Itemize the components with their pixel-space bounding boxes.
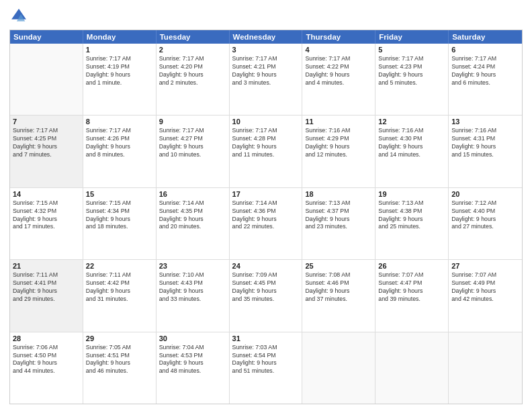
cell-line: Daylight: 9 hours (86, 359, 153, 367)
day-number: 5 (378, 46, 445, 54)
calendar-row-4: 28Sunrise: 7:06 AMSunset: 4:50 PMDayligh… (10, 332, 522, 404)
svg-marker-0 (11, 9, 26, 19)
day-number: 25 (305, 262, 372, 270)
cell-line: Sunrise: 7:17 AM (451, 55, 519, 63)
day-number: 7 (13, 118, 80, 126)
cell-line: Daylight: 9 hours (378, 143, 445, 151)
cell-line: Sunset: 4:29 PM (305, 135, 372, 143)
day-cell-3: 3Sunrise: 7:17 AMSunset: 4:21 PMDaylight… (230, 44, 303, 115)
day-cell-6: 6Sunrise: 7:17 AMSunset: 4:24 PMDaylight… (449, 44, 522, 115)
cell-line: Daylight: 9 hours (305, 143, 372, 151)
cell-line: Daylight: 9 hours (13, 143, 80, 151)
cell-line: Sunrise: 7:10 AM (159, 271, 226, 279)
day-cell-13: 13Sunrise: 7:16 AMSunset: 4:31 PMDayligh… (449, 116, 522, 187)
cell-line: and 20 minutes. (159, 223, 226, 231)
cell-line: and 7 minutes. (13, 151, 80, 159)
day-number: 1 (86, 46, 153, 54)
header-cell-saturday: Saturday (449, 30, 522, 44)
empty-cell-4-4 (302, 332, 375, 404)
header-cell-tuesday: Tuesday (157, 30, 230, 44)
cell-line: Sunset: 4:21 PM (232, 63, 300, 71)
cell-line: and 3 minutes. (232, 79, 300, 87)
day-cell-14: 14Sunrise: 7:15 AMSunset: 4:32 PMDayligh… (10, 188, 83, 259)
calendar-row-1: 7Sunrise: 7:17 AMSunset: 4:25 PMDaylight… (10, 116, 522, 187)
cell-line: Sunset: 4:47 PM (378, 279, 445, 287)
cell-line: Sunset: 4:40 PM (451, 208, 519, 216)
cell-line: Sunset: 4:50 PM (13, 352, 80, 360)
cell-line: and 42 minutes. (451, 295, 519, 304)
cell-line: and 1 minute. (86, 79, 153, 87)
header-cell-thursday: Thursday (302, 30, 375, 44)
calendar-body: 1Sunrise: 7:17 AMSunset: 4:19 PMDaylight… (10, 44, 522, 404)
cell-line: Sunset: 4:26 PM (86, 135, 153, 143)
cell-line: and 27 minutes. (451, 223, 519, 231)
cell-line: Sunset: 4:51 PM (86, 352, 153, 360)
cell-line: Daylight: 9 hours (378, 287, 445, 295)
day-cell-31: 31Sunrise: 7:03 AMSunset: 4:54 PMDayligh… (230, 332, 303, 404)
day-number: 11 (305, 118, 372, 126)
cell-line: Daylight: 9 hours (159, 287, 226, 295)
cell-line: Sunset: 4:25 PM (13, 135, 80, 143)
cell-line: Sunrise: 7:07 AM (378, 271, 445, 279)
cell-line: Sunset: 4:35 PM (159, 208, 226, 216)
day-cell-26: 26Sunrise: 7:07 AMSunset: 4:47 PMDayligh… (375, 260, 449, 331)
cell-line: Sunset: 4:20 PM (159, 63, 226, 71)
cell-line: and 15 minutes. (451, 151, 519, 159)
cell-line: Sunset: 4:49 PM (451, 279, 519, 287)
cell-line: Daylight: 9 hours (378, 71, 445, 79)
day-number: 26 (378, 262, 445, 270)
cell-line: Daylight: 9 hours (451, 287, 519, 295)
cell-line: Sunrise: 7:17 AM (13, 127, 80, 135)
cell-line: Daylight: 9 hours (232, 359, 300, 367)
day-cell-15: 15Sunrise: 7:15 AMSunset: 4:34 PMDayligh… (83, 188, 157, 259)
day-number: 10 (232, 118, 300, 126)
cell-line: Sunset: 4:19 PM (86, 63, 153, 71)
cell-line: Sunrise: 7:17 AM (86, 55, 153, 63)
day-number: 3 (232, 46, 300, 54)
day-number: 8 (86, 118, 153, 126)
calendar-row-0: 1Sunrise: 7:17 AMSunset: 4:19 PMDaylight… (10, 44, 522, 116)
header-cell-friday: Friday (375, 30, 449, 44)
cell-line: Sunrise: 7:06 AM (13, 344, 80, 352)
day-cell-7: 7Sunrise: 7:17 AMSunset: 4:25 PMDaylight… (10, 116, 83, 187)
cell-line: Sunrise: 7:13 AM (305, 199, 372, 208)
cell-line: Sunset: 4:34 PM (86, 208, 153, 216)
cell-line: Daylight: 9 hours (13, 359, 80, 367)
cell-line: Sunset: 4:41 PM (13, 279, 80, 287)
cell-line: and 29 minutes. (13, 295, 80, 304)
cell-line: and 2 minutes. (159, 79, 226, 87)
header (9, 7, 523, 26)
day-number: 14 (13, 190, 80, 198)
cell-line: Sunrise: 7:11 AM (86, 271, 153, 279)
cell-line: and 14 minutes. (378, 151, 445, 159)
day-number: 31 (232, 334, 300, 342)
cell-line: Sunrise: 7:15 AM (13, 199, 80, 208)
cell-line: Sunrise: 7:17 AM (159, 55, 226, 63)
day-number: 20 (451, 190, 519, 198)
day-number: 30 (159, 334, 226, 342)
cell-line: Sunset: 4:42 PM (86, 279, 153, 287)
cell-line: Daylight: 9 hours (451, 143, 519, 151)
cell-line: Daylight: 9 hours (86, 71, 153, 79)
cell-line: and 18 minutes. (86, 223, 153, 231)
day-number: 16 (159, 190, 226, 198)
cell-line: Daylight: 9 hours (159, 71, 226, 79)
day-cell-21: 21Sunrise: 7:11 AMSunset: 4:41 PMDayligh… (10, 260, 83, 331)
cell-line: Sunrise: 7:14 AM (232, 199, 300, 208)
cell-line: Daylight: 9 hours (86, 287, 153, 295)
cell-line: Sunset: 4:32 PM (13, 208, 80, 216)
cell-line: Sunrise: 7:15 AM (86, 199, 153, 208)
day-number: 17 (232, 190, 300, 198)
cell-line: Sunrise: 7:17 AM (378, 55, 445, 63)
day-number: 22 (86, 262, 153, 270)
cell-line: Daylight: 9 hours (13, 216, 80, 224)
calendar-header: SundayMondayTuesdayWednesdayThursdayFrid… (10, 30, 522, 44)
cell-line: Sunrise: 7:08 AM (305, 271, 372, 279)
cell-line: Sunset: 4:30 PM (378, 135, 445, 143)
header-cell-wednesday: Wednesday (230, 30, 303, 44)
cell-line: and 4 minutes. (305, 79, 372, 87)
cell-line: Sunrise: 7:16 AM (451, 127, 519, 135)
day-cell-27: 27Sunrise: 7:07 AMSunset: 4:49 PMDayligh… (449, 260, 522, 331)
cell-line: and 23 minutes. (305, 223, 372, 231)
day-cell-16: 16Sunrise: 7:14 AMSunset: 4:35 PMDayligh… (157, 188, 230, 259)
